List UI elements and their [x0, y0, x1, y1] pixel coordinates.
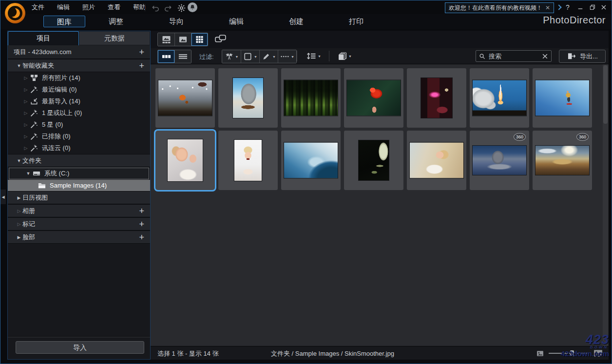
photo-card-basketball-dunk[interactable] — [155, 68, 215, 128]
sidebar-item-one-star-or-more[interactable]: ▷1 星或以上 (0) — [8, 107, 150, 119]
edited-filter-button[interactable]: ▼ — [259, 50, 278, 63]
tab-adjust[interactable]: 调整 — [96, 16, 135, 27]
expander-icon[interactable]: ▷ — [30, 183, 37, 188]
vertical-scrollbar[interactable] — [603, 64, 608, 346]
expander-icon[interactable]: ▷ — [22, 111, 29, 115]
photo-card-panorama-rocks[interactable]: 360 — [470, 131, 529, 190]
sidebar-item-cyberlink-cloud[interactable]: ▷讯连云 (0) — [8, 142, 150, 154]
stack-menu-button[interactable]: ▼ — [335, 50, 355, 62]
thumbnail-small-icon[interactable] — [536, 350, 544, 357]
photo-card-karst-boat[interactable] — [218, 68, 278, 128]
sidebar-section-calendar-view[interactable]: ▶日历视图 — [8, 191, 150, 204]
collapse-arrow-icon[interactable]: ▼ — [25, 171, 32, 176]
clear-search-icon[interactable] — [542, 53, 548, 59]
collapse-arrow-icon[interactable]: ▼ — [16, 63, 22, 68]
sidebar-tab-project[interactable]: 项目 — [8, 31, 79, 45]
add-tags-button[interactable]: + — [139, 220, 144, 229]
export-button[interactable]: 导出... — [559, 50, 606, 63]
thumbnail-large-icon[interactable] — [593, 349, 603, 357]
expander-icon[interactable]: ▷ — [22, 99, 29, 104]
sort-menu-button[interactable]: ▼ — [303, 50, 325, 62]
sidebar-item-label: 5 星 (0) — [42, 120, 63, 129]
add-project-button[interactable]: + — [139, 48, 144, 57]
expander-icon[interactable]: ▷ — [22, 122, 29, 127]
expander-icon[interactable]: ▷ — [22, 146, 29, 151]
tab-create[interactable]: 创建 — [277, 16, 316, 27]
scrollbar-thumb[interactable] — [603, 65, 608, 124]
photo-card-maple-leaf[interactable] — [344, 68, 403, 128]
sidebar-section-faces[interactable]: ▶脸部+ — [8, 230, 150, 244]
smart-collection-header[interactable]: ▼ 智能收藏夹 + — [8, 59, 150, 72]
photo-card-laughing-woman[interactable] — [218, 131, 278, 190]
minimize-button[interactable] — [575, 3, 585, 12]
flag-filter-button[interactable]: ▼ — [222, 50, 241, 63]
photo-card-ocean-wave[interactable] — [281, 131, 341, 190]
settings-gear-icon[interactable] — [176, 3, 186, 13]
tab-edit[interactable]: 编辑 — [217, 16, 256, 27]
expander-icon[interactable]: ▷ — [22, 87, 29, 92]
photo-card-skateboarder[interactable] — [533, 68, 592, 128]
project-header-row[interactable]: 项目 - 423down.com + — [8, 45, 150, 59]
slider-handle[interactable] — [570, 350, 574, 356]
add-albums-button[interactable]: + — [139, 207, 144, 215]
sidebar-item-sample-images[interactable]: ▷ Sample Images (14) — [8, 180, 150, 191]
viewer-view-button[interactable] — [174, 33, 191, 46]
expander-icon[interactable]: ▶ — [16, 195, 22, 200]
sidebar-item-five-star[interactable]: ▷5 星 (0) — [8, 119, 150, 131]
compare-view-icon[interactable] — [215, 34, 226, 43]
add-faces-button[interactable]: + — [139, 233, 144, 242]
menu-file[interactable]: 文件 — [32, 3, 44, 12]
tab-guided[interactable]: 导向 — [157, 16, 196, 27]
photo-thumbnail-maple-leaf — [346, 80, 401, 116]
photo-card-panorama-desert[interactable]: 360 — [533, 131, 592, 190]
tab-library[interactable]: 图库 — [43, 16, 85, 27]
search-input[interactable] — [488, 52, 539, 60]
browser-view-button[interactable] — [158, 33, 174, 46]
import-button[interactable]: 导入 — [16, 341, 144, 354]
photo-card-window-light[interactable] — [344, 131, 403, 190]
add-smart-collection-button[interactable]: + — [139, 61, 144, 70]
grid-view-button[interactable] — [191, 33, 208, 46]
photo-card-woman-on-beach[interactable] — [407, 131, 466, 190]
collapse-arrow-icon[interactable]: ▼ — [16, 158, 22, 163]
undo-icon[interactable] — [151, 3, 160, 13]
menu-edit[interactable]: 编辑 — [57, 3, 70, 12]
help-button[interactable]: ? — [563, 3, 573, 12]
photo-card-smiling-woman[interactable] — [155, 131, 215, 190]
thumbnail-layout-button[interactable] — [158, 50, 174, 63]
expander-icon[interactable]: ▷ — [22, 76, 29, 80]
sidebar-section-tags[interactable]: ▷标记+ — [8, 217, 150, 230]
sidebar-tab-metadata[interactable]: 元数据 — [79, 31, 150, 45]
label-filter-button[interactable]: ▼ — [241, 50, 259, 63]
expander-icon[interactable]: ▶ — [16, 235, 22, 240]
photo-card-neon-sign[interactable] — [407, 68, 466, 128]
notifications-bell-icon[interactable] — [188, 2, 197, 12]
menu-help[interactable]: 帮助 — [133, 3, 146, 12]
photo-card-rocket-launch[interactable] — [470, 68, 529, 128]
expander-icon[interactable]: ▷ — [16, 209, 22, 213]
expander-icon[interactable]: ▷ — [22, 134, 29, 139]
tab-print[interactable]: 打印 — [337, 16, 376, 27]
tooltip-close-icon[interactable]: ✕ — [545, 4, 550, 11]
list-layout-button[interactable] — [174, 50, 191, 63]
current-file-path: 文件夹 / Sample Images / SkinSmoother.jpg — [271, 349, 394, 358]
toolbar-separator — [329, 51, 329, 61]
sidebar-item-latest-imports[interactable]: ▷最新导入 (14) — [8, 96, 150, 107]
close-button[interactable] — [599, 3, 609, 12]
expander-icon[interactable]: ▷ — [16, 222, 22, 227]
photo-card-forest-light[interactable] — [281, 68, 341, 128]
folders-section-header[interactable]: ▼ 文件夹 — [8, 154, 150, 167]
sidebar-item-system-drive[interactable]: ▼ 系统 (C:) — [9, 168, 149, 179]
sidebar-collapse-icon[interactable]: ◀ — [0, 190, 6, 204]
sidebar-item-rejected[interactable]: ▷已排除 (0) — [8, 131, 150, 142]
thumbnail-size-slider[interactable] — [549, 353, 589, 354]
more-filter-button[interactable]: ▼ — [278, 50, 296, 63]
menu-view[interactable]: 查看 — [108, 3, 120, 12]
sidebar-section-albums[interactable]: ▷相册+ — [8, 204, 150, 217]
sidebar-item-all-photos[interactable]: ▷所有照片 (14) — [8, 72, 150, 84]
restore-button[interactable] — [588, 3, 597, 12]
sort-icon — [306, 52, 316, 60]
menu-photo[interactable]: 照片 — [82, 3, 95, 12]
sidebar-item-recently-edited[interactable]: ▷最近编辑 (0) — [8, 84, 150, 96]
redo-icon[interactable] — [163, 3, 172, 13]
